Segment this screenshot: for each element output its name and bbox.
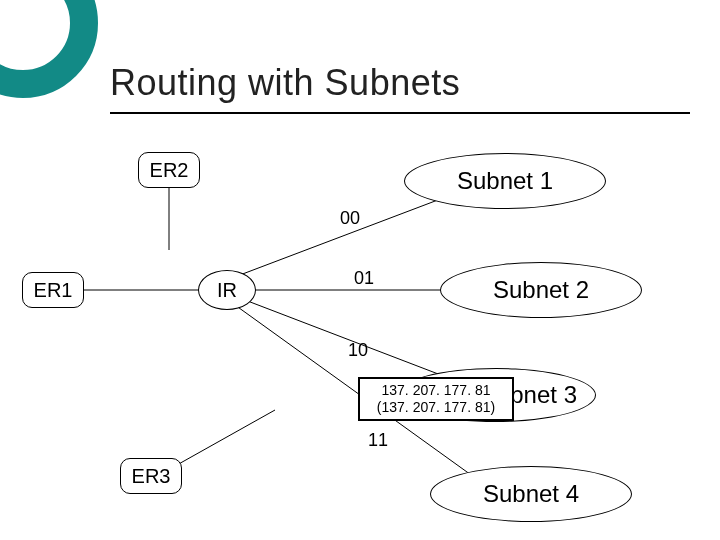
node-ir: IR xyxy=(198,270,256,310)
host-ip-line1: 137. 207. 177. 81 xyxy=(382,382,491,400)
node-subnet2: Subnet 2 xyxy=(440,262,642,318)
host-ip-annotation: 137. 207. 177. 81 (137. 207. 177. 81) xyxy=(358,377,514,421)
node-er3-label: ER3 xyxy=(132,465,171,488)
node-subnet4: Subnet 4 xyxy=(430,466,632,522)
subnet4-label: Subnet 4 xyxy=(483,480,579,508)
slide-bullet-deco xyxy=(0,0,98,98)
svg-line-6 xyxy=(168,410,275,470)
node-er2-label: ER2 xyxy=(150,159,189,182)
edge-label-00: 00 xyxy=(340,208,360,229)
host-ip-line2: (137. 207. 177. 81) xyxy=(377,399,495,417)
edge-label-10: 10 xyxy=(348,340,368,361)
node-er3: ER3 xyxy=(120,458,182,494)
node-ir-label: IR xyxy=(217,279,237,302)
diagram-stage: Routing with Subnets ER2 ER1 IR ER3 Subn… xyxy=(0,0,720,540)
node-er2: ER2 xyxy=(138,152,200,188)
node-er1: ER1 xyxy=(22,272,84,308)
slide-title: Routing with Subnets xyxy=(110,62,460,104)
title-underline xyxy=(110,112,690,114)
edge-label-11: 11 xyxy=(368,430,388,451)
subnet2-label: Subnet 2 xyxy=(493,276,589,304)
node-subnet1: Subnet 1 xyxy=(404,153,606,209)
node-er1-label: ER1 xyxy=(34,279,73,302)
edge-label-01: 01 xyxy=(354,268,374,289)
subnet1-label: Subnet 1 xyxy=(457,167,553,195)
